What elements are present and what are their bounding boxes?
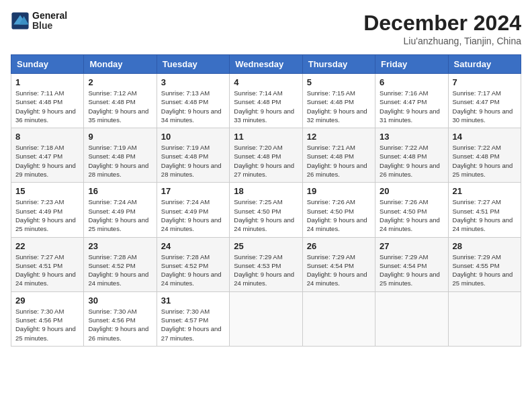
day-number: 1 (15, 77, 79, 87)
day-number: 22 (15, 241, 79, 251)
calendar-cell: 18Sunrise: 7:25 AMSunset: 4:50 PMDayligh… (230, 183, 302, 237)
day-number: 4 (234, 77, 298, 87)
calendar-cell: 16Sunrise: 7:24 AMSunset: 4:49 PMDayligh… (84, 183, 157, 237)
day-info: Sunrise: 7:26 AMSunset: 4:50 PMDaylight:… (380, 197, 443, 233)
calendar-cell: 27Sunrise: 7:29 AMSunset: 4:54 PMDayligh… (375, 237, 448, 291)
calendar-cell: 24Sunrise: 7:28 AMSunset: 4:52 PMDayligh… (157, 237, 229, 291)
day-number: 24 (161, 241, 225, 251)
calendar-cell: 22Sunrise: 7:27 AMSunset: 4:51 PMDayligh… (11, 237, 84, 291)
calendar-cell (375, 291, 448, 346)
weekday-header: Thursday (302, 55, 375, 74)
calendar-cell: 5Sunrise: 7:15 AMSunset: 4:48 PMDaylight… (302, 74, 375, 128)
calendar-cell: 13Sunrise: 7:22 AMSunset: 4:48 PMDayligh… (375, 128, 448, 183)
calendar-cell: 8Sunrise: 7:18 AMSunset: 4:47 PMDaylight… (11, 128, 84, 183)
day-number: 6 (380, 77, 443, 87)
day-info: Sunrise: 7:11 AMSunset: 4:48 PMDaylight:… (15, 89, 79, 124)
day-info: Sunrise: 7:28 AMSunset: 4:52 PMDaylight:… (161, 253, 225, 288)
calendar-cell: 26Sunrise: 7:29 AMSunset: 4:54 PMDayligh… (302, 237, 375, 291)
calendar-cell: 15Sunrise: 7:23 AMSunset: 4:49 PMDayligh… (11, 183, 84, 237)
calendar-cell: 4Sunrise: 7:14 AMSunset: 4:48 PMDaylight… (230, 74, 302, 128)
calendar-cell: 23Sunrise: 7:28 AMSunset: 4:52 PMDayligh… (84, 237, 157, 291)
calendar-cell: 9Sunrise: 7:19 AMSunset: 4:48 PMDaylight… (84, 128, 157, 183)
day-number: 25 (234, 241, 298, 251)
day-number: 5 (307, 77, 371, 87)
calendar-week-row: 8Sunrise: 7:18 AMSunset: 4:47 PMDaylight… (11, 128, 521, 183)
day-info: Sunrise: 7:28 AMSunset: 4:52 PMDaylight:… (88, 253, 152, 288)
weekday-header: Monday (84, 55, 157, 74)
day-number: 21 (453, 186, 517, 196)
logo-line2: Blue (32, 21, 67, 31)
calendar-cell (302, 291, 375, 346)
page-header: General Blue December 2024 Liu'anzhuang,… (11, 11, 521, 46)
calendar-cell (448, 291, 521, 346)
calendar-cell (230, 291, 302, 346)
day-info: Sunrise: 7:17 AMSunset: 4:47 PMDaylight:… (453, 89, 517, 124)
calendar-cell: 28Sunrise: 7:29 AMSunset: 4:55 PMDayligh… (448, 237, 521, 291)
day-info: Sunrise: 7:29 AMSunset: 4:54 PMDaylight:… (380, 253, 443, 288)
day-info: Sunrise: 7:23 AMSunset: 4:49 PMDaylight:… (15, 197, 79, 233)
day-number: 9 (88, 132, 152, 142)
day-info: Sunrise: 7:22 AMSunset: 4:48 PMDaylight:… (453, 143, 517, 179)
day-number: 10 (161, 132, 225, 142)
day-info: Sunrise: 7:16 AMSunset: 4:47 PMDaylight:… (380, 89, 443, 124)
calendar-week-row: 1Sunrise: 7:11 AMSunset: 4:48 PMDaylight… (11, 74, 521, 128)
logo-text: General Blue (32, 11, 67, 32)
day-info: Sunrise: 7:29 AMSunset: 4:55 PMDaylight:… (453, 253, 517, 288)
calendar-cell: 17Sunrise: 7:24 AMSunset: 4:49 PMDayligh… (157, 183, 229, 237)
calendar-cell: 29Sunrise: 7:30 AMSunset: 4:56 PMDayligh… (11, 291, 84, 346)
calendar-cell: 19Sunrise: 7:26 AMSunset: 4:50 PMDayligh… (302, 183, 375, 237)
day-number: 16 (88, 186, 152, 196)
calendar-cell: 2Sunrise: 7:12 AMSunset: 4:48 PMDaylight… (84, 74, 157, 128)
day-info: Sunrise: 7:12 AMSunset: 4:48 PMDaylight:… (88, 89, 152, 124)
calendar-cell: 21Sunrise: 7:27 AMSunset: 4:51 PMDayligh… (448, 183, 521, 237)
day-info: Sunrise: 7:27 AMSunset: 4:51 PMDaylight:… (15, 253, 79, 288)
day-info: Sunrise: 7:18 AMSunset: 4:47 PMDaylight:… (15, 143, 79, 179)
day-info: Sunrise: 7:27 AMSunset: 4:51 PMDaylight:… (453, 197, 517, 233)
day-info: Sunrise: 7:24 AMSunset: 4:49 PMDaylight:… (161, 197, 225, 233)
calendar-week-row: 22Sunrise: 7:27 AMSunset: 4:51 PMDayligh… (11, 237, 521, 291)
day-number: 30 (88, 295, 152, 306)
day-number: 15 (15, 186, 79, 196)
day-number: 7 (453, 77, 517, 87)
calendar-cell: 31Sunrise: 7:30 AMSunset: 4:57 PMDayligh… (157, 291, 229, 346)
day-number: 3 (161, 77, 225, 87)
day-number: 28 (453, 241, 517, 251)
calendar-cell: 7Sunrise: 7:17 AMSunset: 4:47 PMDaylight… (448, 74, 521, 128)
logo: General Blue (11, 11, 67, 32)
calendar-cell: 14Sunrise: 7:22 AMSunset: 4:48 PMDayligh… (448, 128, 521, 183)
day-number: 27 (380, 241, 443, 251)
day-number: 31 (161, 295, 225, 306)
calendar-cell: 1Sunrise: 7:11 AMSunset: 4:48 PMDaylight… (11, 74, 84, 128)
day-info: Sunrise: 7:13 AMSunset: 4:48 PMDaylight:… (161, 89, 225, 124)
weekday-header: Tuesday (157, 55, 229, 74)
day-number: 23 (88, 241, 152, 251)
day-number: 18 (234, 186, 298, 196)
calendar-cell: 20Sunrise: 7:26 AMSunset: 4:50 PMDayligh… (375, 183, 448, 237)
day-number: 26 (307, 241, 371, 251)
day-info: Sunrise: 7:30 AMSunset: 4:56 PMDaylight:… (15, 307, 79, 342)
day-info: Sunrise: 7:14 AMSunset: 4:48 PMDaylight:… (234, 89, 298, 124)
day-number: 20 (380, 186, 443, 196)
calendar-cell: 10Sunrise: 7:19 AMSunset: 4:48 PMDayligh… (157, 128, 229, 183)
day-info: Sunrise: 7:30 AMSunset: 4:57 PMDaylight:… (161, 307, 225, 342)
day-info: Sunrise: 7:26 AMSunset: 4:50 PMDaylight:… (307, 197, 371, 233)
day-info: Sunrise: 7:21 AMSunset: 4:48 PMDaylight:… (307, 143, 371, 179)
weekday-header: Saturday (448, 55, 521, 74)
calendar-cell: 12Sunrise: 7:21 AMSunset: 4:48 PMDayligh… (302, 128, 375, 183)
day-number: 13 (380, 132, 443, 142)
calendar-week-row: 29Sunrise: 7:30 AMSunset: 4:56 PMDayligh… (11, 291, 521, 346)
day-info: Sunrise: 7:24 AMSunset: 4:49 PMDaylight:… (88, 197, 152, 233)
day-info: Sunrise: 7:15 AMSunset: 4:48 PMDaylight:… (307, 89, 371, 124)
day-number: 12 (307, 132, 371, 142)
calendar-cell: 3Sunrise: 7:13 AMSunset: 4:48 PMDaylight… (157, 74, 229, 128)
calendar-cell: 11Sunrise: 7:20 AMSunset: 4:48 PMDayligh… (230, 128, 302, 183)
day-info: Sunrise: 7:19 AMSunset: 4:48 PMDaylight:… (88, 143, 152, 179)
title-block: December 2024 Liu'anzhuang, Tianjin, Chi… (363, 11, 521, 46)
month-title: December 2024 (363, 11, 521, 36)
day-info: Sunrise: 7:20 AMSunset: 4:48 PMDaylight:… (234, 143, 298, 179)
day-number: 2 (88, 77, 152, 87)
day-info: Sunrise: 7:19 AMSunset: 4:48 PMDaylight:… (161, 143, 225, 179)
calendar-table: SundayMondayTuesdayWednesdayThursdayFrid… (11, 54, 521, 347)
calendar-header-row: SundayMondayTuesdayWednesdayThursdayFrid… (11, 55, 521, 74)
weekday-header: Sunday (11, 55, 84, 74)
